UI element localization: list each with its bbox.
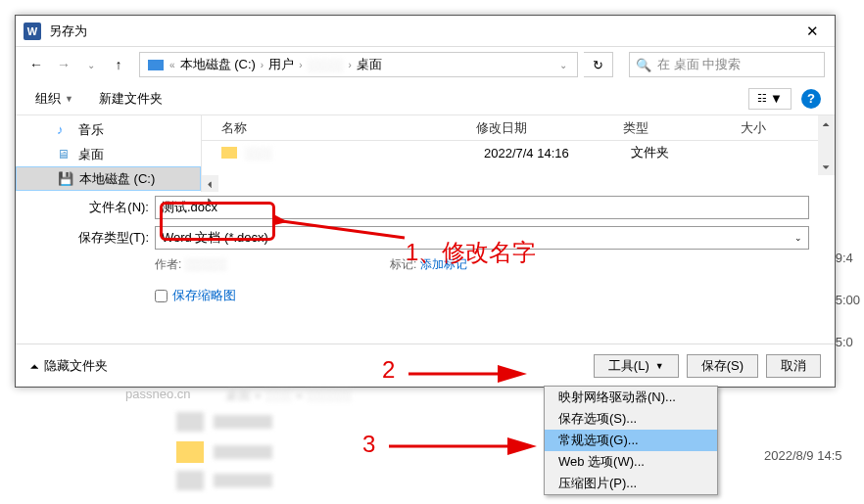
chevron-down-icon: ⌄ xyxy=(794,233,802,243)
new-folder-button[interactable]: 新建文件夹 xyxy=(93,87,168,111)
nav-row: ← → ⌄ ↑ « 本地磁盘 (C:) › 用户 › ░░░░ › 桌面 ⌄ ↻… xyxy=(16,47,835,82)
recent-dropdown[interactable]: ⌄ xyxy=(80,54,102,75)
hide-folders-button[interactable]: ⏶ 隐藏文件夹 xyxy=(29,357,108,375)
titlebar: W 另存为 ✕ xyxy=(16,16,835,47)
tools-button[interactable]: 工具(L)▼ xyxy=(594,354,679,378)
file-list: 名称 修改日期 类型 大小 ░░░ 2022/7/4 14:16 文件夹 ⏶ ⏷… xyxy=(202,115,835,192)
bg-file-date: 2022/8/9 14:5 xyxy=(764,448,842,463)
search-input[interactable]: 🔍 在 桌面 中搜索 xyxy=(629,52,825,77)
search-icon: 🔍 xyxy=(636,58,651,72)
author-value[interactable]: ░░░░░ xyxy=(185,257,227,271)
watermark-text: passneo.cn xyxy=(125,387,191,401)
cancel-button[interactable]: 取消 xyxy=(766,354,821,378)
dialog-title: 另存为 xyxy=(49,23,790,40)
dd-map-drive[interactable]: 映射网络驱动器(N)... xyxy=(545,387,717,408)
scroll-up-icon: ⏶ xyxy=(818,115,835,132)
dd-compress-pics[interactable]: 压缩图片(P)... xyxy=(545,473,717,494)
chevron-down-icon: ▼ xyxy=(65,94,73,104)
file-row[interactable]: ░░░ 2022/7/4 14:16 文件夹 xyxy=(202,141,835,164)
col-size[interactable]: 大小 xyxy=(741,119,794,137)
scroll-right-icon: ⏵ xyxy=(202,192,218,208)
sidebar-item-disk-c[interactable]: 💾 本地磁盘 (C:) xyxy=(16,166,201,191)
annotation-text-3: 3 xyxy=(362,431,375,458)
filename-label: 文件名(N): xyxy=(29,199,155,216)
up-button[interactable]: ↑ xyxy=(108,54,129,75)
col-name[interactable]: 名称 xyxy=(202,119,476,137)
sidebar: ♪ 音乐 🖥 桌面 💾 本地磁盘 (C:) xyxy=(16,115,202,192)
content-area: ♪ 音乐 🖥 桌面 💾 本地磁盘 (C:) 名称 修改日期 类型 大小 ░░░ xyxy=(16,115,835,192)
forward-button[interactable]: → xyxy=(53,54,74,75)
scrollbar-vertical[interactable]: ⏶ ⏷ xyxy=(818,115,835,175)
chevron-up-icon: ⏶ xyxy=(29,360,40,372)
chevron-down-icon: ▼ xyxy=(770,91,783,106)
close-button[interactable]: ✕ xyxy=(790,16,835,47)
view-icon: ☷ xyxy=(757,92,767,105)
back-button[interactable]: ← xyxy=(25,54,47,75)
word-icon: W xyxy=(24,23,41,40)
col-date[interactable]: 修改日期 xyxy=(476,119,623,137)
dd-general-options[interactable]: 常规选项(G)... xyxy=(545,430,717,451)
chevron-down-icon: ▼ xyxy=(655,361,664,371)
form-area: 文件名(N): 保存类型(T): Word 文档 (*.docx) ⌄ 作者: … xyxy=(16,192,835,308)
pc-icon xyxy=(148,60,164,70)
thumbnail-checkbox[interactable]: 保存缩略图 xyxy=(155,287,821,304)
scrollbar-horizontal[interactable]: ⏴ ⏵ xyxy=(202,175,218,192)
bg-time-list: 9:4 5:00 5:0 xyxy=(836,251,864,377)
folder-icon xyxy=(176,441,204,463)
organize-button[interactable]: 组织▼ xyxy=(29,87,79,111)
disk-icon: 💾 xyxy=(58,171,72,186)
author-label: 作者: xyxy=(155,257,181,271)
desktop-icon: 🖥 xyxy=(57,147,72,161)
toolbar: 组织▼ 新建文件夹 ☷▼ ? xyxy=(16,82,835,115)
help-button[interactable]: ? xyxy=(801,89,821,109)
filename-input[interactable] xyxy=(155,196,809,219)
save-as-dialog: W 另存为 ✕ ← → ⌄ ↑ « 本地磁盘 (C:) › 用户 › ░░░░ … xyxy=(15,15,836,388)
annotation-arrow-3 xyxy=(384,436,541,456)
sidebar-item-desktop[interactable]: 🖥 桌面 xyxy=(16,142,201,166)
column-headers: 名称 修改日期 类型 大小 xyxy=(202,115,835,141)
dd-save-options[interactable]: 保存选项(S)... xyxy=(545,408,717,430)
dialog-footer: ⏶ 隐藏文件夹 工具(L)▼ 保存(S) 取消 xyxy=(16,344,835,387)
scroll-down-icon: ⏷ xyxy=(818,159,835,175)
tags-label: 标记: xyxy=(390,257,416,271)
view-options-button[interactable]: ☷▼ xyxy=(748,88,792,110)
filetype-label: 保存类型(T): xyxy=(29,229,155,247)
col-type[interactable]: 类型 xyxy=(623,119,741,137)
filetype-select[interactable]: Word 文档 (*.docx) ⌄ xyxy=(155,226,809,250)
refresh-button[interactable]: ↻ xyxy=(584,52,613,77)
bg-breadcrumb-blur: 桌面 » ░░░ » ░░░░░ xyxy=(225,387,352,404)
scroll-left-icon: ⏴ xyxy=(202,175,218,192)
thumbnail-checkbox-input xyxy=(155,290,168,302)
sidebar-item-music[interactable]: ♪ 音乐 xyxy=(16,117,201,142)
address-bar[interactable]: « 本地磁盘 (C:) › 用户 › ░░░░ › 桌面 ⌄ xyxy=(139,52,578,77)
dd-web-options[interactable]: Web 选项(W)... xyxy=(545,451,717,473)
add-tags-link[interactable]: 添加标记 xyxy=(420,257,467,271)
save-button[interactable]: 保存(S) xyxy=(687,354,758,378)
folder-icon xyxy=(221,147,237,159)
tools-dropdown: 映射网络驱动器(N)... 保存选项(S)... 常规选项(G)... Web … xyxy=(544,386,718,495)
path-dropdown-icon[interactable]: ⌄ xyxy=(553,60,573,70)
music-icon: ♪ xyxy=(57,122,72,137)
